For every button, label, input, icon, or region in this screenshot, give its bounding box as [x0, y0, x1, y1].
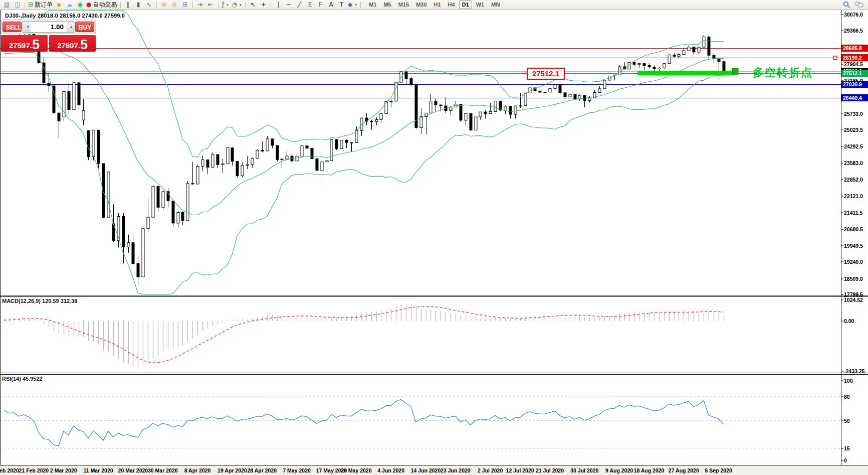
clock-icon[interactable]: ◔▼ — [231, 1, 243, 9]
gold-icon[interactable]: ◆ — [54, 1, 64, 9]
line-chart-icon[interactable]: ∿ — [144, 1, 154, 9]
pivot-line-badge: 27512.1 — [841, 70, 868, 77]
clock-icon-caret: ▼ — [239, 4, 242, 7]
bars-chart-icon[interactable]: ∥ — [123, 1, 133, 9]
signal-icon[interactable]: ◉ — [75, 1, 85, 9]
x-axis-date-label: 27 Aug 2020 — [669, 467, 699, 473]
x-axis-date-label: 30 Mar 2020 — [148, 467, 178, 473]
zoom-out-icon: ⊖ — [172, 1, 177, 9]
signal-icon: ◉ — [77, 1, 82, 9]
auto-scroll-icon[interactable]: ⇥ — [195, 1, 205, 9]
x-axis-date-label: 26 May 2020 — [341, 467, 371, 473]
new-order-button[interactable]: ⊞新订单 — [27, 1, 54, 9]
bollinger-middle-band — [4, 37, 724, 215]
mt4-window: ▤◫⊞新订单◆☁◉●自动交易∥▮∿⊕⊖⊞⇥⇤ƒ▼◔▼↖+|─╱EFAT◆▼ M1… — [0, 0, 868, 475]
resistance-line-2-handle — [834, 56, 837, 60]
tile-windows-icon[interactable]: ⊞ — [180, 1, 190, 9]
market-watch-icon[interactable]: ◫ — [12, 1, 23, 9]
y-axis-tick-label: 22852.0 — [844, 177, 867, 183]
hline-icon[interactable]: ─ — [284, 1, 294, 9]
toolbar-separator — [218, 2, 219, 9]
rsi-axis-tick-label: 50 — [844, 418, 867, 424]
timeframe-h4[interactable]: H4 — [445, 1, 458, 9]
x-axis-date-label: 12 Jul 2020 — [506, 467, 534, 473]
volume-down-button[interactable]: ▼ — [23, 22, 31, 32]
cloud-icon: ☁ — [67, 1, 73, 9]
rsi-line — [4, 400, 724, 446]
cursor-icon[interactable]: ↖ — [248, 1, 258, 9]
arrows-icon-caret: ▼ — [354, 4, 357, 7]
vline-icon[interactable]: | — [273, 1, 284, 9]
rsi-axis-tick-label: 0 — [844, 457, 867, 463]
zoom-out-icon[interactable]: ⊖ — [169, 1, 180, 9]
cloud-icon[interactable]: ☁ — [64, 1, 75, 9]
trendline-icon[interactable]: ╱ — [294, 1, 305, 9]
y-axis-tick-label: 25023.5 — [844, 127, 867, 133]
text-icon[interactable]: A — [326, 1, 336, 9]
timeframe-d1[interactable]: D1 — [459, 1, 472, 9]
fibo-e-icon[interactable]: E — [305, 1, 315, 9]
timeframe-m15[interactable]: M15 — [395, 1, 412, 9]
y-axis-tick-label: 29366.5 — [844, 28, 867, 34]
rsi-indicator-label: RSI(14) 45.9522 — [2, 376, 43, 382]
candles-chart-icon[interactable]: ▮ — [133, 1, 144, 9]
y-axis-tick-label: 21411.5 — [844, 210, 867, 216]
x-axis-date-label: 21 Feb 2020 — [19, 467, 49, 473]
chart-shift-icon[interactable]: ⇤ — [205, 1, 216, 9]
chart-window-icon[interactable]: ▤ — [2, 1, 12, 9]
volume-up-button[interactable]: ▲ — [66, 22, 74, 32]
chart-canvas[interactable] — [0, 0, 868, 475]
x-axis-date-label: 18 Aug 2020 — [634, 467, 665, 473]
volume-stepper: ▼ 1.00 ▲ — [23, 21, 74, 33]
search-icon[interactable] — [843, 1, 850, 9]
hline-icon: ─ — [287, 1, 291, 9]
buy-button[interactable]: BUY — [75, 22, 94, 32]
tile-windows-icon: ⊞ — [182, 1, 187, 9]
chart-window-icon: ▤ — [4, 1, 10, 9]
volume-input[interactable]: 1.00 — [31, 23, 66, 31]
toolbar-separator — [245, 2, 246, 9]
y-axis-tick-label: 20680.5 — [844, 226, 867, 232]
sell-button[interactable]: SELL — [3, 22, 22, 32]
zoom-in-icon[interactable]: ⊕ — [159, 1, 169, 9]
buy-price[interactable]: 27607.5 — [49, 35, 96, 52]
toolbar-separator — [156, 2, 157, 9]
x-axis-date-label: 30 Jul 2020 — [570, 467, 598, 473]
textbox-icon: T — [340, 1, 343, 9]
x-axis-date-label: 21 Jul 2020 — [536, 467, 564, 473]
timeframe-m5[interactable]: M5 — [380, 1, 394, 9]
toolbar-separator — [271, 2, 271, 9]
toolbar-separator — [25, 2, 25, 9]
chart-shift-icon: ⇤ — [208, 1, 213, 9]
fibo-f-icon[interactable]: F — [315, 1, 326, 9]
arrows-icon[interactable]: ◆▼ — [347, 1, 358, 9]
timeframe-mn[interactable]: MN — [488, 1, 503, 9]
y-axis-tick-label: 19949.5 — [844, 243, 867, 249]
price-callout-box[interactable]: 27512.1 — [527, 68, 565, 80]
line-chart-icon: ∿ — [146, 1, 151, 9]
bollinger-layer — [4, 11, 724, 294]
autotrade-button[interactable]: ●自动交易 — [85, 1, 118, 9]
x-axis-date-label: 20 Mar 2020 — [118, 467, 148, 473]
indicators-icon[interactable]: ƒ▼ — [221, 1, 231, 9]
chart-annotation-text[interactable]: 多空转折点 — [753, 65, 813, 80]
textbox-icon[interactable]: T — [336, 1, 347, 9]
rsi-layer — [0, 397, 841, 448]
crosshair-icon[interactable]: + — [258, 1, 269, 9]
timeframe-w1[interactable]: W1 — [473, 1, 488, 9]
timeframe-m1[interactable]: M1 — [366, 1, 379, 9]
trendline-icon: ╱ — [298, 1, 301, 9]
x-axis-date-label: 6 Sep 2020 — [705, 467, 732, 473]
y-axis-tick-label: 30076.0 — [844, 12, 867, 18]
sell-price[interactable]: 27597.5 — [1, 35, 48, 52]
highlight-segment[interactable] — [637, 71, 732, 75]
new-order-button-label: 新订单 — [35, 1, 53, 9]
indicators-icon-caret: ▼ — [226, 4, 229, 7]
x-axis-date-label: 14 Jun 2020 — [411, 467, 441, 473]
x-axis-date-label: 12 Feb 2020 — [0, 467, 19, 473]
timeframe-h1[interactable]: H1 — [431, 1, 444, 9]
timeframe-m30[interactable]: M30 — [413, 1, 429, 9]
arrows-icon: ◆ — [348, 1, 352, 9]
chat-icon[interactable] — [854, 1, 863, 9]
market-watch-icon: ◫ — [15, 1, 20, 9]
